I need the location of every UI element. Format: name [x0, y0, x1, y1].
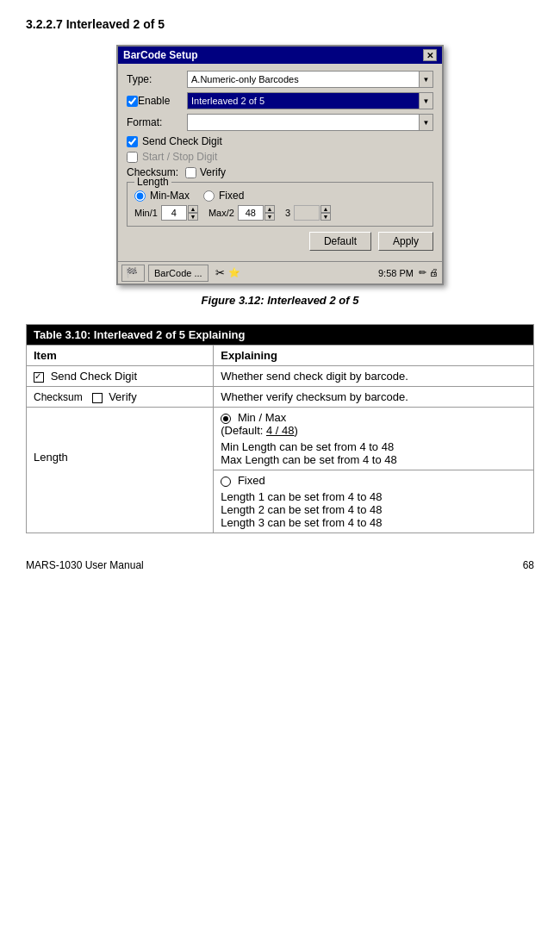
send-check-digit-table-label: Send Check Digit	[51, 370, 137, 383]
minmax-label: Min-Max	[150, 190, 190, 202]
min1-spin-buttons: ▲ ▼	[188, 205, 198, 221]
fixed-explaining2: Length 2 can be set from 4 to 48	[221, 503, 526, 516]
format-dropdown-btn[interactable]: ▼	[419, 115, 432, 130]
field3-label: 3	[285, 208, 290, 218]
fixed-explaining3: Length 3 can be set from 4 to 48	[221, 516, 526, 529]
verify-table-icon	[92, 393, 103, 403]
section-heading: 3.2.2.7 Interleaved 2 of 5	[26, 17, 534, 31]
verify-label: Verify	[200, 166, 226, 178]
star-icon: ⭐	[228, 267, 240, 278]
col-header-row: Item Explaining	[27, 346, 534, 366]
enable-label: Enable	[138, 95, 170, 107]
dialog-buttons: Default Apply	[127, 232, 433, 251]
min1-down-btn[interactable]: ▼	[188, 213, 198, 221]
min1-input[interactable]	[161, 205, 187, 221]
fixed-sub-row: Fixed	[221, 474, 526, 487]
type-value: A.Numeric-only Barcodes	[188, 73, 419, 85]
dialog-close-button[interactable]: ✕	[423, 49, 437, 61]
format-select[interactable]: ▼	[187, 114, 433, 131]
start-button[interactable]: 🏁	[121, 265, 145, 282]
send-check-digit-label: Send Check Digit	[142, 135, 222, 147]
barcode-setup-dialog: BarCode Setup ✕ Type: A.Numeric-only Bar…	[116, 45, 444, 285]
length-minmax-cell: Min / Max (Default: 4 / 48) Min Length c…	[214, 408, 534, 470]
fixed-label: Fixed	[219, 190, 244, 202]
figure-caption: Figure 3.12: Interleaved 2 of 5	[26, 294, 534, 307]
table-row: Length Min / Max (Default: 4 / 48) Min L…	[27, 408, 534, 470]
footer-right: 68	[523, 559, 534, 571]
min1-spinner: ▲ ▼	[161, 205, 198, 221]
length-fixed-cell: Fixed Length 1 can be set from 4 to 48 L…	[214, 470, 534, 533]
default-button[interactable]: Default	[309, 232, 371, 251]
length-legend: Length	[134, 176, 171, 188]
checksum-explaining: Whether verify checksum by barcode.	[214, 387, 534, 408]
send-check-digit-checkbox[interactable]	[127, 136, 138, 147]
dialog-container: BarCode Setup ✕ Type: A.Numeric-only Bar…	[26, 45, 534, 285]
format-row: Format: ▼	[127, 114, 433, 131]
barcode-taskbar-label: BarCode ...	[154, 268, 202, 278]
minmax-default-note: (Default: 4 / 48)	[221, 424, 298, 437]
enable-checkbox[interactable]	[127, 96, 138, 107]
taskbar-right-icons: ✏ 🖨	[419, 267, 439, 278]
start-stop-row: Start / Stop Digit	[127, 151, 433, 163]
col2-header: Explaining	[214, 346, 534, 366]
table-header-cell: Table 3.10: Interleaved 2 of 5 Explainin…	[27, 325, 534, 346]
verify-table-label: Verify	[109, 390, 137, 403]
minmax-radio-row: Min-Max Fixed	[134, 190, 426, 202]
length-group: Length Min-Max Fixed Min/1 ▲ ▼	[127, 182, 433, 227]
length-table-label: Length	[34, 451, 68, 464]
type-row: Type: A.Numeric-only Barcodes ▼	[127, 71, 433, 88]
length-label-wrapper: Length	[34, 451, 206, 464]
length-item-cell: Length	[27, 408, 214, 533]
fixed-explaining1: Length 1 can be set from 4 to 48	[221, 490, 526, 503]
max2-spin-buttons: ▲ ▼	[264, 205, 275, 221]
max2-input[interactable]	[238, 205, 264, 221]
checksum-table-label: Checksum	[34, 391, 83, 403]
type-label: Type:	[127, 73, 187, 85]
max2-spinner: ▲ ▼	[238, 205, 275, 221]
figure-caption-text: Figure 3.12: Interleaved 2 of 5	[202, 294, 359, 307]
type-select[interactable]: A.Numeric-only Barcodes ▼	[187, 71, 433, 88]
dialog-titlebar: BarCode Setup ✕	[118, 47, 442, 64]
format-label: Format:	[127, 116, 187, 128]
field3-down-btn[interactable]: ▼	[320, 213, 331, 221]
min1-label: Min/1	[134, 208, 158, 218]
min1-up-btn[interactable]: ▲	[188, 205, 198, 213]
enable-dropdown-btn[interactable]: ▼	[419, 93, 432, 109]
minmax-explaining2: Max Length can be set from 4 to 48	[221, 453, 526, 466]
dialog-body: Type: A.Numeric-only Barcodes ▼ Enable I…	[118, 64, 442, 261]
col1-header: Item	[27, 346, 214, 366]
type-dropdown-btn[interactable]: ▼	[419, 72, 432, 87]
apply-button[interactable]: Apply	[378, 232, 433, 251]
minmax-table-label: Min / Max	[238, 411, 286, 424]
minmax-explaining1: Min Length can be set from 4 to 48	[221, 440, 526, 453]
max2-up-btn[interactable]: ▲	[264, 205, 275, 213]
send-check-digit-table-icon	[34, 372, 44, 383]
verify-checkbox[interactable]	[185, 167, 196, 178]
enable-value: Interleaved 2 of 5	[188, 95, 419, 107]
checksum-row: Checksum: Verify	[127, 166, 433, 178]
field3-spin-buttons: ▲ ▼	[320, 205, 331, 221]
minmax-radio-icon	[221, 414, 231, 424]
checksum-item-cell: Checksum Verify	[27, 387, 214, 408]
fixed-radio-icon	[221, 476, 231, 487]
field3-spinner: ▲ ▼	[294, 205, 331, 221]
field3-up-btn[interactable]: ▲	[320, 205, 331, 213]
barcode-taskbar-item[interactable]: BarCode ...	[148, 265, 208, 282]
enable-row: Enable Interleaved 2 of 5 ▼	[127, 92, 433, 109]
max2-label: Max/2	[208, 208, 234, 218]
minmax-radio[interactable]	[134, 190, 146, 202]
enable-select[interactable]: Interleaved 2 of 5 ▼	[187, 92, 433, 109]
start-stop-label: Start / Stop Digit	[142, 151, 217, 163]
fixed-radio[interactable]	[203, 190, 215, 202]
table-row: Checksum Verify Whether verify checksum …	[27, 387, 534, 408]
taskbar-time-area: 9:58 PM ✏ 🖨	[378, 267, 439, 278]
taskbar-extra-icons: ✂ ⭐	[215, 266, 240, 279]
field3-input[interactable]	[294, 205, 320, 221]
section-heading-text: 3.2.2.7 Interleaved 2 of 5	[26, 17, 165, 31]
explaining-table: Table 3.10: Interleaved 2 of 5 Explainin…	[26, 324, 534, 533]
scissors-icon: ✂	[215, 266, 225, 279]
taskbar: 🏁 BarCode ... ✂ ⭐ 9:58 PM ✏ 🖨	[118, 261, 442, 283]
start-stop-checkbox[interactable]	[127, 152, 138, 163]
send-check-digit-explaining: Whether send check digit by barcode.	[214, 366, 534, 387]
max2-down-btn[interactable]: ▼	[264, 213, 275, 221]
